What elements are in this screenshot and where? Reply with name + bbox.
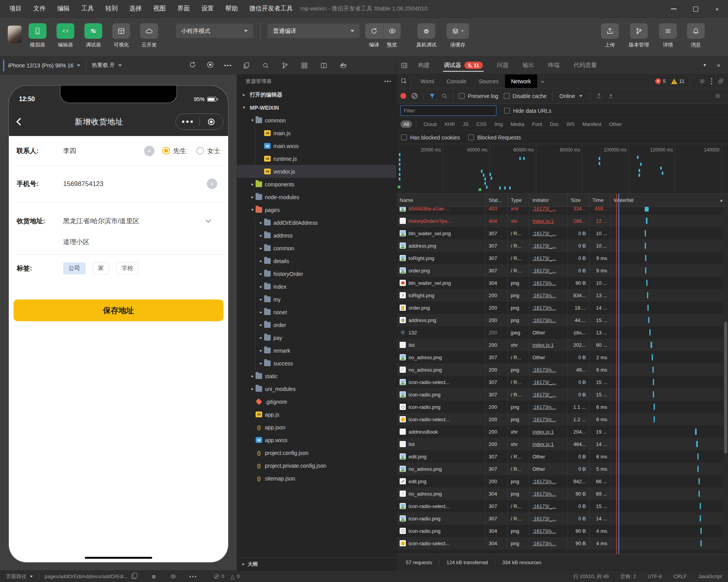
phone-input[interactable]: 15698754123 — [63, 180, 207, 188]
search-icon[interactable] — [262, 62, 270, 69]
more-options-icon[interactable] — [189, 576, 196, 577]
tree-item-pages[interactable]: ▾pages — [237, 203, 396, 216]
disable-cache-checkbox[interactable]: Disable cache — [504, 93, 547, 99]
toolbar-button-云开发[interactable]: 云开发 — [140, 23, 158, 48]
docker-icon[interactable] — [339, 62, 347, 69]
save-address-button[interactable]: 保存地址 — [14, 300, 223, 321]
toolbar-button-真机调试[interactable]: 真机调试 — [416, 23, 436, 48]
initiator-link[interactable]: :16173/s... — [532, 491, 556, 497]
tree-item-project.config.json[interactable]: {}project.config.json — [237, 446, 396, 459]
column-header-time[interactable]: Time — [589, 194, 611, 207]
tree-item-order[interactable]: ▸order — [237, 319, 396, 331]
hot-reload-toggle[interactable]: 热重载 开 — [92, 62, 122, 69]
toolbar-button-详情[interactable]: 详情 — [659, 23, 677, 48]
preserve-log-checkbox[interactable]: Preserve log — [459, 93, 498, 99]
type-filter-all[interactable]: All — [400, 121, 412, 128]
tree-item-historyOrder[interactable]: ▸historyOrder — [237, 267, 396, 280]
scrollbar[interactable] — [723, 207, 728, 554]
menu-item-界面[interactable]: 界面 — [177, 5, 190, 13]
request-row[interactable]: edit.png307/ R...Other0 B6 ms — [397, 450, 728, 463]
initiator-link[interactable]: :16173/s... — [532, 541, 556, 546]
network-overview-timeline[interactable]: 20000 ms40000 ms60000 ms80000 ms100000 m… — [397, 144, 728, 194]
request-row[interactable]: no_adress.png200png:16173/s...49...6 ms — [397, 363, 728, 376]
request-row[interactable]: icon-radio-select...307/ R...:16173/_...… — [397, 500, 728, 512]
warning-count[interactable]: ! 11 — [671, 78, 685, 84]
tree-item-.gitignore[interactable]: .gitignore — [237, 395, 396, 408]
import-har-icon[interactable] — [596, 93, 602, 99]
page-path-value[interactable]: pages/addOrEditAddress/addOrEdi... — [45, 573, 128, 579]
request-row[interactable]: icon-radio.png307/ R...:16173/_...0 B14 … — [397, 512, 728, 525]
menu-item-编辑[interactable]: 编辑 — [57, 5, 70, 13]
request-row[interactable]: order.png307/ R...:16173/_...0 B9 ms — [397, 264, 728, 277]
more-options-icon[interactable] — [385, 81, 391, 82]
tree-item-components[interactable]: ▸components — [237, 178, 396, 191]
initiator-link[interactable]: :16173/_... — [532, 516, 556, 522]
menu-item-项目[interactable]: 项目 — [9, 5, 22, 13]
hide-data-urls-checkbox[interactable]: Hide data URLs — [504, 108, 551, 114]
vconsole-icon[interactable] — [151, 573, 157, 580]
branch-icon[interactable] — [281, 62, 289, 69]
more-tabs-icon[interactable]: » — [541, 78, 544, 84]
capsule-menu-icon[interactable] — [176, 121, 199, 123]
preview-icon[interactable] — [170, 573, 176, 580]
initiator-link[interactable]: :16173/_... — [532, 243, 556, 249]
request-row[interactable]: no_adress.png307/ R...Other0 B5 ms — [397, 463, 728, 475]
mode-select[interactable]: 小程序模式 — [176, 24, 253, 38]
scrollbar-thumb[interactable] — [724, 322, 727, 453]
menu-item-转到[interactable]: 转到 — [105, 5, 118, 13]
status-item[interactable]: CRLF — [673, 573, 687, 579]
address-picker[interactable]: 黑龙江省/哈尔滨市/道里区 — [63, 217, 139, 226]
initiator-link[interactable]: :16173/s... — [532, 305, 556, 311]
tree-item-pay[interactable]: ▸pay — [237, 331, 396, 344]
tree-item-app.js[interactable]: JSapp.js — [237, 408, 396, 421]
tree-item-nonet[interactable]: ▸nonet — [237, 306, 396, 319]
blocked-cookies-checkbox[interactable]: Has blocked cookies — [401, 134, 460, 141]
initiator-link[interactable]: :16173/_... — [532, 392, 556, 398]
type-filter-font[interactable]: Font — [529, 121, 545, 128]
initiator-link[interactable]: :16173/s... — [532, 280, 556, 286]
type-filter-doc[interactable]: Doc — [547, 121, 562, 128]
clear-icon[interactable]: × — [207, 179, 217, 189]
tree-item-main.js[interactable]: JSmain.js — [237, 127, 396, 139]
tab-sources[interactable]: Sources — [472, 74, 505, 88]
column-header-stat[interactable]: Stat... — [486, 194, 508, 207]
tree-item-project.private.config.json[interactable]: {}project.private.config.json — [237, 459, 396, 472]
maximize-button[interactable] — [685, 0, 706, 18]
gear-icon[interactable] — [699, 78, 706, 84]
type-filter-js[interactable]: JS — [460, 121, 472, 128]
tree-item-sitemap.json[interactable]: {}sitemap.json — [237, 472, 396, 485]
type-filter-cloud[interactable]: Cloud — [420, 121, 440, 128]
menu-item-设置[interactable]: 设置 — [201, 5, 214, 13]
stop-record-icon[interactable] — [206, 61, 214, 70]
tree-item-app.json[interactable]: {}app.json — [237, 421, 396, 434]
tree-item-app.wxss[interactable]: Wapp.wxss — [237, 434, 396, 446]
compile-select[interactable]: 普通编译 — [268, 24, 360, 38]
clear-icon[interactable]: × — [144, 146, 155, 156]
request-row[interactable]: 132200jpegOther(dis...13 ... — [397, 326, 728, 339]
collapse-panel-icon[interactable] — [400, 62, 408, 69]
toolbar-button-消息[interactable]: 消息 — [687, 23, 705, 48]
toolbar-button-编译[interactable] — [365, 23, 383, 39]
toolbar-button-调试器[interactable]: 调试器 — [84, 23, 102, 48]
initiator-link[interactable]: :16173/s... — [532, 293, 556, 298]
status-item[interactable]: 空格: 2 — [620, 573, 636, 580]
status-item[interactable]: 行 20510, 列 49 — [573, 573, 609, 580]
tree-item-main.wxss[interactable]: Wmain.wxss — [237, 139, 396, 152]
toolbar-button-清缓存[interactable]: 清缓存 — [446, 23, 469, 48]
request-row[interactable]: address.png200png:16173/s...44....15 ... — [397, 314, 728, 326]
request-row[interactable]: list200xhrindex.js:1202...90 ... — [397, 339, 728, 351]
chevron-down-icon[interactable]: ▾ — [704, 62, 706, 69]
menu-item-工具[interactable]: 工具 — [81, 5, 94, 13]
menu-item-选择[interactable]: 选择 — [129, 5, 142, 13]
request-row[interactable]: historyOrders?pa...404xhrindex.js:1266..… — [397, 215, 728, 227]
column-header-name[interactable]: Name — [397, 194, 486, 207]
files-icon[interactable] — [242, 62, 250, 69]
request-row[interactable]: icon-radio-select...200png:16173/s...1.2… — [397, 413, 728, 425]
problems-indicator[interactable]: 0 △ 0 — [214, 573, 240, 580]
initiator-link[interactable]: :16173/s... — [532, 367, 556, 373]
tag-chip-公司[interactable]: 公司 — [63, 262, 86, 274]
toolbar-button-可视化[interactable]: 可视化 — [112, 23, 130, 48]
panel-tab-输出[interactable]: 输出 — [522, 57, 535, 74]
inspect-icon[interactable] — [400, 77, 408, 85]
more-options-icon[interactable] — [224, 65, 231, 66]
